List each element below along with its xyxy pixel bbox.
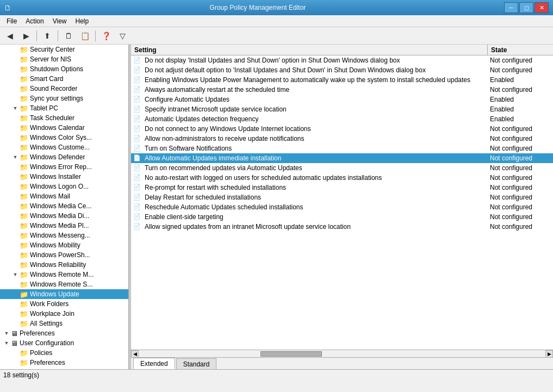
tree-item[interactable]: 📁Preferences (0, 358, 128, 368)
tree-item[interactable]: ▼📁Tablet PC (0, 103, 128, 113)
setting-column-header[interactable]: Setting (131, 45, 488, 55)
tree-expander[interactable] (11, 182, 20, 191)
tree-item[interactable]: 📁Windows Mobility (0, 240, 128, 250)
tree-expander[interactable]: ▼ (2, 329, 11, 338)
table-row[interactable]: 📄Do not adjust default option to 'Instal… (131, 65, 553, 75)
tree-expander[interactable] (11, 300, 20, 308)
table-row[interactable]: 📄Automatic Updates detection frequencyEn… (131, 114, 553, 124)
tree-expander[interactable] (11, 123, 20, 132)
properties-button[interactable]: 📋 (77, 29, 92, 43)
tree-expander[interactable] (11, 172, 20, 181)
tree-item[interactable]: 📁All Settings (0, 319, 128, 328)
tree-item[interactable]: 📁Windows Remote S... (0, 279, 128, 289)
minimize-button[interactable]: ─ (504, 2, 518, 13)
tree-expander[interactable] (11, 241, 20, 250)
tree-expander[interactable]: ▼ (2, 339, 11, 347)
tree-expander[interactable] (11, 290, 20, 298)
tree-expander[interactable] (11, 74, 20, 83)
tab-extended[interactable]: Extended (133, 358, 175, 369)
tree-expander[interactable] (11, 202, 20, 210)
scroll-left-button[interactable]: ◀ (131, 350, 139, 358)
table-row[interactable]: 📄Allow non-administrators to receive upd… (131, 134, 553, 144)
tree-expander[interactable] (11, 349, 20, 357)
tree-expander[interactable] (11, 94, 20, 103)
filter-button[interactable]: ▽ (115, 29, 130, 43)
table-row[interactable]: 📄Allow Automatic Updates immediate insta… (131, 153, 553, 163)
up-button[interactable]: ⬆ (40, 29, 55, 43)
tree-expander[interactable] (11, 251, 20, 259)
tree-expander[interactable] (11, 133, 20, 142)
close-button[interactable]: ✕ (535, 2, 549, 13)
menu-help[interactable]: Help (71, 16, 94, 26)
tree-expander[interactable] (11, 231, 20, 240)
tree-expander[interactable]: ▼ (11, 270, 20, 279)
scroll-right-button[interactable]: ▶ (545, 350, 553, 358)
tree-item[interactable]: 📁Sync your settings (0, 94, 128, 103)
back-button[interactable]: ◀ (2, 29, 17, 43)
tree-expander[interactable]: ▼ (11, 153, 20, 161)
tree-expander[interactable] (11, 358, 20, 367)
table-row[interactable]: 📄Enable client-side targetingNot configu… (131, 212, 553, 222)
tree-item[interactable]: 📁Windows PowerSh... (0, 250, 128, 260)
tree-item[interactable]: 📁Windows Custome... (0, 142, 128, 152)
tree-expander[interactable] (11, 143, 20, 152)
tree-expander[interactable] (11, 319, 20, 328)
tree-item[interactable]: 📁Workplace Join (0, 309, 128, 319)
menu-action[interactable]: Action (21, 16, 48, 26)
forward-button[interactable]: ▶ (18, 29, 34, 43)
tree-expander[interactable] (11, 84, 20, 93)
tree-item[interactable]: 📁Task Scheduler (0, 113, 128, 123)
tree-item[interactable]: 📁Shutdown Options (0, 64, 128, 74)
tree-item[interactable]: 📁Windows Messeng... (0, 231, 128, 240)
table-row[interactable]: 📄Turn on Software NotificationsNot confi… (131, 144, 553, 153)
horizontal-scrollbar[interactable]: ◀ ▶ (131, 350, 553, 357)
tree-expander[interactable] (11, 114, 20, 122)
tree-item[interactable]: 📁Work Folders (0, 299, 128, 309)
menu-view[interactable]: View (48, 16, 71, 26)
tree-item[interactable]: ▼📁Windows Defender (0, 152, 128, 162)
tree-item[interactable]: 📁Windows Media Ce... (0, 201, 128, 211)
table-row[interactable]: 📄Turn on recommended updates via Automat… (131, 163, 553, 173)
tree-expander[interactable] (11, 221, 20, 230)
tree-item[interactable]: 📁Windows Media Di... (0, 211, 128, 221)
tree-item[interactable]: 📁Windows Update (0, 289, 128, 299)
tree-item[interactable]: 📁Windows Logon O... (0, 182, 128, 191)
tree-item[interactable]: 📁Smart Card (0, 74, 128, 84)
tree-item[interactable]: 📁Windows Installer (0, 172, 128, 182)
tree-expander[interactable] (11, 309, 20, 318)
table-row[interactable]: 📄Specify intranet Microsoft update servi… (131, 104, 553, 114)
table-row[interactable]: 📄Reschedule Automatic Updates scheduled … (131, 202, 553, 212)
tree-expander[interactable] (11, 45, 20, 54)
menu-file[interactable]: File (2, 16, 21, 26)
table-row[interactable]: 📄No auto-restart with logged on users fo… (131, 173, 553, 183)
tree-item[interactable]: ▼🖥User Configuration (0, 338, 128, 348)
help-button[interactable]: ❓ (98, 29, 114, 43)
tree-expander[interactable] (11, 192, 20, 201)
table-row[interactable]: 📄Configure Automatic UpdatesEnabled (131, 95, 553, 104)
table-row[interactable]: 📄Do not display 'Install Updates and Shu… (131, 55, 553, 65)
tree-expander[interactable] (11, 163, 20, 171)
tree-item[interactable]: 📁Security Center (0, 45, 128, 54)
tree-expander[interactable] (11, 211, 20, 220)
tab-standard[interactable]: Standard (176, 358, 217, 369)
tree-item[interactable]: 📁Server for NIS (0, 54, 128, 64)
restore-button[interactable]: ◻ (519, 2, 533, 13)
tree-item[interactable]: 📁Windows Media Pl... (0, 221, 128, 231)
table-row[interactable]: 📄Delay Restart for scheduled installatio… (131, 192, 553, 202)
tree-expander[interactable]: ▼ (11, 104, 20, 113)
table-row[interactable]: 📄Do not connect to any Windows Update In… (131, 124, 553, 134)
tree-expander[interactable] (11, 55, 20, 64)
table-row[interactable]: 📄Re-prompt for restart with scheduled in… (131, 183, 553, 192)
tree-item[interactable]: 📁Windows Color Sys... (0, 133, 128, 142)
tree-expander[interactable] (11, 260, 20, 269)
tree-item[interactable]: 📁Policies (0, 348, 128, 358)
tree-item[interactable]: 📁Windows Mail (0, 191, 128, 201)
state-column-header[interactable]: State (488, 45, 553, 55)
scroll-track[interactable] (139, 351, 545, 357)
scroll-thumb[interactable] (260, 351, 321, 357)
tree-item[interactable]: 📁Windows Calendar (0, 123, 128, 133)
table-row[interactable]: 📄Always automatically restart at the sch… (131, 85, 553, 95)
tree-item[interactable]: ▼📁Windows Remote M... (0, 270, 128, 279)
tree-item[interactable]: 📁Sound Recorder (0, 84, 128, 94)
tree-expander[interactable] (11, 65, 20, 73)
